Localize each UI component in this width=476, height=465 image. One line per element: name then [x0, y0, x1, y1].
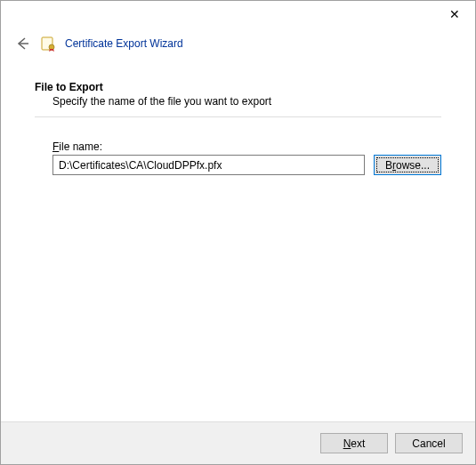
wizard-content: File to Export Specify the name of the f… — [1, 63, 475, 421]
filename-block: File name: Browse... — [35, 140, 441, 175]
wizard-dialog: ✕ Certificate Export Wizard File to Expo… — [0, 0, 476, 465]
wizard-header: Certificate Export Wizard — [1, 29, 475, 63]
next-button[interactable]: Next — [320, 433, 388, 453]
divider — [35, 116, 441, 117]
wizard-title: Certificate Export Wizard — [65, 37, 183, 50]
certificate-icon — [40, 36, 56, 52]
wizard-footer: Next Cancel — [1, 421, 475, 464]
filename-row: Browse... — [52, 155, 441, 175]
page-subheading: Specify the name of the file you want to… — [35, 93, 441, 116]
page-heading: File to Export — [35, 81, 441, 93]
back-arrow-icon[interactable] — [13, 35, 31, 52]
close-button[interactable]: ✕ — [434, 1, 475, 28]
filename-label: File name: — [52, 140, 441, 153]
cancel-button[interactable]: Cancel — [395, 433, 463, 453]
browse-button[interactable]: Browse... — [374, 155, 441, 175]
titlebar: ✕ — [1, 1, 475, 29]
filename-input[interactable] — [52, 155, 365, 175]
